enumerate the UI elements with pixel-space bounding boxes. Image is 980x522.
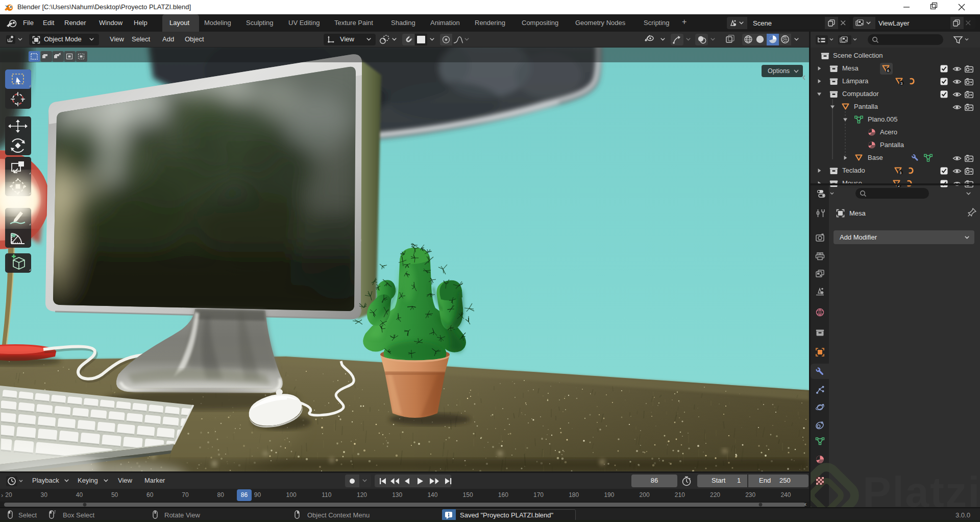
svg-text:Options: Options <box>768 67 790 75</box>
svg-text:Platzi: Platzi <box>863 468 980 508</box>
